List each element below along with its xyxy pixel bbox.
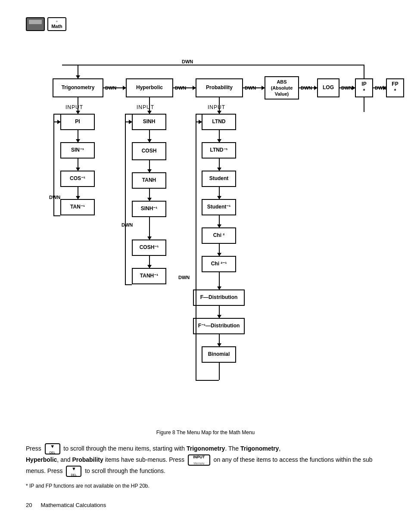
arrow-hyp-prob <box>173 87 196 88</box>
arrow-studentinv-chi2 <box>219 215 220 227</box>
arrow-cosh-tanh <box>149 160 150 172</box>
probability-bold: Probability <box>72 456 103 463</box>
arrow-student-studentinv <box>219 187 220 199</box>
hyperbolic-bold: Hyperbolic <box>26 456 57 463</box>
del-key-2-arrow: ▼ <box>72 465 76 473</box>
footnote: * IP and FP functions are not available … <box>26 483 385 489</box>
box-cosh-inv: COSH⁻¹ <box>132 240 166 256</box>
box-fp: FP* <box>386 78 404 97</box>
arrow-down-to-trig <box>78 65 78 78</box>
arrow-log-ip <box>339 87 355 88</box>
hyp-loop-bottom <box>125 284 132 285</box>
top-dwn-line <box>62 65 364 65</box>
box-cos-inv: COS⁻¹ <box>60 171 95 187</box>
dwn-label-trig: DWN <box>49 195 60 200</box>
del-key-2-sub: DEL <box>71 473 77 478</box>
hyp-loop-top <box>125 114 132 115</box>
arrow-ltnd-ltndinv <box>219 130 220 142</box>
box-sin-inv: SIN⁻¹ <box>60 142 95 159</box>
top-icons-area: + Math <box>26 17 385 31</box>
box-chi2-inv: Chi ²⁻¹ <box>202 256 236 272</box>
prob-left-v <box>196 114 196 380</box>
page-footer: 20 Mathematical Calculations <box>26 502 385 508</box>
box-tan-inv: TAN⁻¹ <box>60 199 95 215</box>
scroll-functions-text: to scroll through the functions. <box>85 467 165 474</box>
math-key-icon: + Math <box>47 17 66 31</box>
top-dwn-label: DWN <box>182 59 193 64</box>
box-cosh: COSH <box>132 142 166 160</box>
arrow-prob-to-ltnd <box>219 97 220 114</box>
math-key-plus: + <box>56 19 58 24</box>
arrow-sinh-cosh <box>149 130 150 142</box>
box-trigonometry: Trigonometry <box>53 78 103 97</box>
arrow-pi-sin <box>78 130 78 142</box>
box-binomial: Binomial <box>202 346 236 363</box>
del-key-icon-2: ▼ DEL <box>66 466 81 477</box>
desc-mid: . The <box>225 445 239 452</box>
box-sinh-inv: SINH⁻¹ <box>132 201 166 217</box>
prob-bottom-h <box>196 380 219 381</box>
calculator-icon <box>26 17 45 31</box>
input-label-hyp: INPUT <box>137 104 154 110</box>
arrow-prob-loop-to-ltnd <box>196 121 202 122</box>
del-key-arrow: ▼ <box>50 442 55 451</box>
menu-map-diagram: DWN Trigonometry DWN Hyperbolic DWN Prob… <box>27 35 384 423</box>
arrow-hyp-loop-to-sinh <box>125 121 132 122</box>
box-abs: ABS(AbsoluteValue) <box>265 76 299 100</box>
calculator-screen <box>29 20 42 24</box>
dwn-label-prob: DWN <box>178 275 190 280</box>
input-label-prob: INPUT <box>208 104 225 110</box>
del-key-sub: DEL <box>50 450 56 455</box>
box-pi: PI <box>60 114 95 130</box>
arrow-fdist-finvdist <box>219 306 220 318</box>
trigonometry-bold-2: Trigonometry <box>240 445 279 452</box>
press-scroll-text: to scroll through the menu items, starti… <box>63 445 185 452</box>
arrow-chi2-chi2inv <box>219 244 220 256</box>
trig-loop-bottom-h <box>53 215 60 216</box>
arrow-chi2inv-fdist <box>219 272 220 289</box>
box-chi2: Chi ² <box>202 227 236 244</box>
prob-bottom-v <box>219 363 220 380</box>
trig-loop-v <box>53 114 54 215</box>
arrow-coshinv-tanhinv <box>149 256 150 268</box>
arrow-prob-abs <box>243 87 265 88</box>
box-log: LOG <box>317 78 339 97</box>
dwn-label-hyp: DWN <box>121 222 133 227</box>
trigonometry-bold-1: Trigonometry <box>187 445 225 452</box>
box-ltnd-inv: LTND⁻¹ <box>202 142 236 159</box>
arrow-tanh-sinhinv <box>149 189 150 201</box>
box-ltnd: LTND <box>202 114 236 130</box>
page-number: 20 <box>26 502 32 508</box>
arrow-sin-cos <box>78 159 78 171</box>
arrow-trig-to-pi <box>78 97 78 114</box>
figure-caption: Figure 8 The Menu Map for the Math Menu <box>26 429 385 436</box>
items-text: items have sub-menus. Press <box>105 456 184 463</box>
prob-top-h <box>196 114 202 115</box>
box-ip: IP* <box>355 78 373 97</box>
box-sinh: SINH <box>132 114 166 130</box>
box-probability: Probability <box>196 78 243 97</box>
box-hyperbolic: Hyperbolic <box>126 78 173 97</box>
section-title: Mathematical Calculations <box>40 502 106 508</box>
arrow-finvdist-binom <box>219 334 220 346</box>
desc-comma: , <box>279 445 280 452</box>
math-key-label: Math <box>51 24 62 29</box>
box-student: Student <box>202 171 236 187</box>
trig-loop-top-h <box>53 114 60 115</box>
hyp-loop-v <box>125 114 126 284</box>
arrow-ltndinv-student <box>219 159 220 171</box>
arrow-ip-fp <box>373 87 386 88</box>
box-f-inv-dist: F⁻¹—Distribution <box>193 318 245 334</box>
arrow-sinhinv-coshinv <box>149 217 150 240</box>
box-student-inv: Student⁻¹ <box>202 199 236 215</box>
arrow-abs-log <box>299 87 317 88</box>
input-key-bot: Memory <box>193 461 204 466</box>
arrow-hyp-to-sinh <box>149 97 150 114</box>
input-label-trig: INPUT <box>65 104 83 110</box>
box-f-dist: F—Distribution <box>193 289 245 306</box>
arrow-cos-tan <box>78 187 78 199</box>
arrow-loop-to-pi <box>53 121 60 122</box>
input-key-icon: INPUT Memory <box>188 454 210 466</box>
input-key-top: INPUT <box>193 454 205 460</box>
desc-and: , and <box>57 456 70 463</box>
